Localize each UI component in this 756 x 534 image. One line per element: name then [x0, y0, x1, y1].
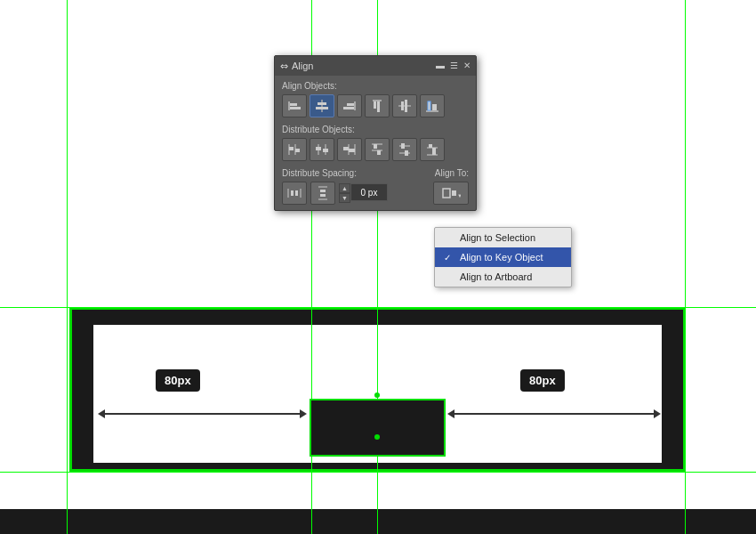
align-centers-h-icon — [314, 98, 330, 114]
svg-rect-50 — [443, 189, 450, 198]
svg-rect-36 — [401, 143, 405, 149]
bottom-toolbar — [0, 509, 756, 534]
svg-rect-8 — [343, 107, 354, 109]
measurement-right: 80px — [520, 369, 565, 392]
guide-line-h1 — [0, 307, 756, 308]
distribute-spacing-label: Distribute Spacing: — [282, 168, 388, 178]
guide-line-v4 — [685, 0, 686, 534]
svg-rect-1 — [290, 103, 297, 106]
dropdown-item-selection-label: Align to Selection — [460, 232, 535, 243]
arrow-left — [98, 409, 307, 419]
svg-rect-13 — [401, 101, 404, 110]
svg-rect-51 — [452, 190, 456, 196]
panel-title-icons: ▬ ☰ ✕ — [436, 61, 470, 70]
svg-rect-25 — [323, 149, 328, 152]
dropdown-item-artboard[interactable]: Align to Artboard — [435, 267, 571, 287]
align-right-edges-btn[interactable] — [337, 94, 362, 117]
align-to-dropdown-menu: Align to Selection ✓ Align to Key Object… — [434, 227, 572, 287]
arrowhead-left — [98, 409, 105, 418]
align-right-edges-icon — [342, 98, 358, 114]
align-top-edges-icon — [369, 98, 385, 114]
align-top-edges-btn[interactable] — [365, 94, 390, 117]
dropdown-item-artboard-label: Align to Artboard — [460, 271, 532, 282]
panel-collapse-btn[interactable]: ▬ — [436, 61, 445, 70]
panel-menu-btn[interactable]: ☰ — [450, 61, 458, 70]
panel-close-btn[interactable]: ✕ — [463, 61, 470, 70]
dropdown-item-key-object[interactable]: ✓ Align to Key Object — [435, 247, 571, 267]
spinner-arrows[interactable]: ▲ ▼ — [339, 183, 350, 203]
align-objects-label: Align Objects: — [282, 81, 469, 91]
distribute-centers-v-btn[interactable] — [392, 138, 417, 161]
align-to-dropdown-btn[interactable]: ▼ — [433, 182, 469, 205]
svg-rect-28 — [343, 147, 349, 150]
distribute-objects-row — [282, 138, 469, 161]
distribute-right-icon — [342, 142, 358, 158]
center-dot-bottom — [374, 434, 380, 440]
svg-rect-20 — [289, 147, 294, 150]
svg-rect-48 — [320, 190, 326, 192]
dropdown-item-selection[interactable]: Align to Selection — [435, 228, 571, 247]
guide-line-h2 — [0, 472, 756, 473]
align-centers-vertical-btn[interactable] — [392, 94, 417, 117]
distribute-top-icon — [369, 142, 385, 158]
distribute-left-btn[interactable] — [282, 138, 307, 161]
svg-rect-33 — [377, 150, 381, 155]
align-to-section: Align To: ▼ — [433, 168, 469, 205]
svg-text:▼: ▼ — [457, 193, 461, 198]
svg-rect-29 — [349, 149, 355, 152]
svg-rect-44 — [291, 190, 294, 196]
arrow-right — [447, 409, 661, 419]
spacing-input[interactable]: 0 px — [350, 183, 388, 201]
center-dot-top — [374, 392, 380, 398]
distribute-bottom-btn[interactable] — [420, 138, 445, 161]
distribute-centers-h-icon — [314, 142, 330, 158]
panel-titlebar[interactable]: ⇔ Align ▬ ☰ ✕ — [275, 56, 476, 76]
distribute-right-btn[interactable] — [337, 138, 362, 161]
panel-title-left: ⇔ Align — [280, 61, 313, 72]
align-to-label: Align To: — [433, 168, 469, 178]
svg-rect-40 — [429, 144, 432, 148]
panel-body: Align Objects: — [275, 76, 476, 210]
svg-rect-10 — [374, 101, 376, 109]
svg-rect-21 — [295, 149, 300, 152]
arrow-line-left — [105, 413, 300, 415]
svg-rect-16 — [428, 101, 430, 110]
arrowhead-right-left — [300, 409, 307, 418]
svg-rect-11 — [377, 101, 380, 112]
svg-rect-37 — [405, 150, 408, 156]
panel-move-icon: ⇔ — [280, 61, 288, 72]
distribute-objects-label: Distribute Objects: — [282, 125, 469, 134]
align-to-key-object-icon: ▼ — [441, 185, 461, 201]
distribute-spacing-v-btn[interactable] — [310, 182, 335, 205]
svg-rect-17 — [432, 104, 437, 110]
svg-rect-14 — [405, 100, 407, 112]
arrowhead-left-right — [447, 409, 454, 418]
align-bottom-edges-btn[interactable] — [420, 94, 445, 117]
distribute-centers-h-btn[interactable] — [310, 138, 334, 161]
guide-line-v1 — [67, 0, 68, 534]
align-left-edges-btn[interactable] — [282, 94, 307, 117]
svg-rect-9 — [373, 100, 382, 101]
align-objects-row — [282, 94, 469, 117]
svg-rect-6 — [354, 101, 356, 110]
svg-rect-0 — [288, 101, 290, 110]
distribute-left-icon — [286, 142, 302, 158]
svg-rect-24 — [316, 147, 321, 150]
panel-title: Align — [292, 61, 313, 71]
align-centers-v-icon — [397, 98, 413, 114]
svg-rect-7 — [347, 103, 354, 106]
arrowhead-right-right — [654, 409, 661, 418]
distribute-top-btn[interactable] — [365, 138, 390, 161]
svg-rect-49 — [320, 194, 326, 197]
distribute-spacing-v-icon — [315, 185, 331, 201]
align-left-edges-icon — [286, 98, 302, 114]
svg-rect-41 — [432, 148, 436, 155]
svg-rect-2 — [290, 107, 301, 109]
center-selected-rect[interactable] — [310, 399, 446, 457]
spacing-input-group: ▲ ▼ 0 px — [339, 183, 388, 203]
align-centers-horizontal-btn[interactable] — [310, 94, 334, 117]
distribute-bottom-icon — [424, 142, 440, 158]
distribute-spacing-h-btn[interactable] — [282, 182, 307, 205]
svg-rect-45 — [295, 190, 298, 196]
svg-rect-5 — [316, 107, 328, 109]
